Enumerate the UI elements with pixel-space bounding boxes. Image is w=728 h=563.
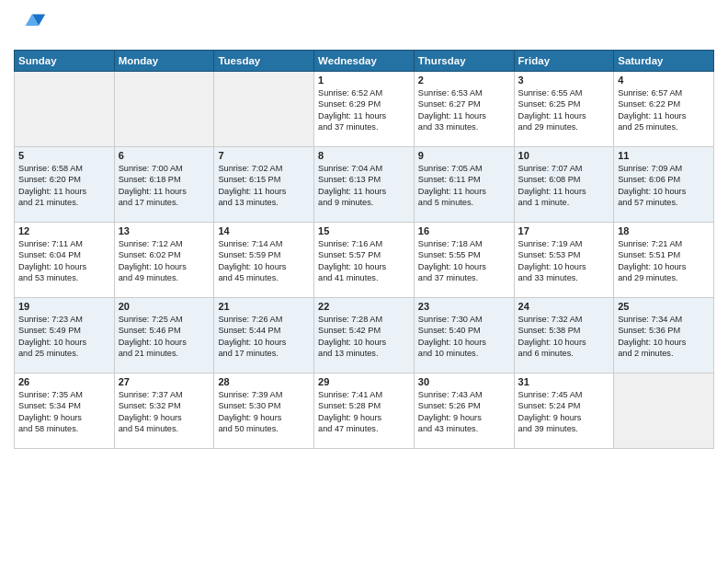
day-info: Sunrise: 7:09 AM Sunset: 6:06 PM Dayligh… [618,163,710,209]
logo-icon [14,9,47,42]
calendar-cell: 8Sunrise: 7:04 AM Sunset: 6:13 PM Daylig… [314,147,415,223]
calendar-cell: 15Sunrise: 7:16 AM Sunset: 5:57 PM Dayli… [314,223,415,298]
day-number: 2 [418,75,510,86]
day-number: 18 [618,225,710,236]
day-number: 3 [518,75,610,86]
header [14,9,714,42]
day-info: Sunrise: 7:07 AM Sunset: 6:08 PM Dayligh… [518,163,610,209]
day-info: Sunrise: 7:35 AM Sunset: 5:34 PM Dayligh… [18,389,110,435]
day-number: 20 [119,301,210,312]
day-number: 24 [518,301,610,312]
calendar-cell: 4Sunrise: 6:57 AM Sunset: 6:22 PM Daylig… [614,72,714,147]
calendar-cell: 30Sunrise: 7:43 AM Sunset: 5:26 PM Dayli… [414,373,514,449]
day-info: Sunrise: 7:28 AM Sunset: 5:42 PM Dayligh… [318,314,410,360]
day-info: Sunrise: 6:58 AM Sunset: 6:20 PM Dayligh… [18,163,110,209]
day-info: Sunrise: 7:12 AM Sunset: 6:02 PM Dayligh… [119,238,210,284]
day-info: Sunrise: 7:43 AM Sunset: 5:26 PM Dayligh… [418,389,510,435]
day-info: Sunrise: 7:23 AM Sunset: 5:49 PM Dayligh… [18,314,110,360]
day-number: 21 [218,301,310,312]
day-info: Sunrise: 7:32 AM Sunset: 5:38 PM Dayligh… [518,314,610,360]
calendar-table: SundayMondayTuesdayWednesdayThursdayFrid… [14,50,714,449]
calendar-cell: 6Sunrise: 7:00 AM Sunset: 6:18 PM Daylig… [114,147,214,223]
day-info: Sunrise: 6:52 AM Sunset: 6:29 PM Dayligh… [318,87,410,133]
calendar-week-row: 12Sunrise: 7:11 AM Sunset: 6:04 PM Dayli… [15,223,714,298]
day-info: Sunrise: 7:14 AM Sunset: 5:59 PM Dayligh… [218,238,310,284]
day-number: 23 [418,301,510,312]
day-info: Sunrise: 7:30 AM Sunset: 5:40 PM Dayligh… [418,314,510,360]
calendar-cell: 7Sunrise: 7:02 AM Sunset: 6:15 PM Daylig… [214,147,314,223]
day-number: 4 [618,75,710,86]
calendar-cell: 17Sunrise: 7:19 AM Sunset: 5:53 PM Dayli… [514,223,614,298]
day-info: Sunrise: 7:39 AM Sunset: 5:30 PM Dayligh… [218,389,310,435]
calendar-cell: 10Sunrise: 7:07 AM Sunset: 6:08 PM Dayli… [514,147,614,223]
day-number: 19 [18,301,110,312]
calendar-cell: 23Sunrise: 7:30 AM Sunset: 5:40 PM Dayli… [414,298,514,373]
calendar-cell: 1Sunrise: 6:52 AM Sunset: 6:29 PM Daylig… [314,72,415,147]
day-info: Sunrise: 7:05 AM Sunset: 6:11 PM Dayligh… [418,163,510,209]
day-number: 22 [318,301,410,312]
calendar-cell [15,72,115,147]
day-number: 13 [119,225,210,236]
calendar-cell: 3Sunrise: 6:55 AM Sunset: 6:25 PM Daylig… [514,72,614,147]
weekday-header: Monday [114,51,214,72]
day-info: Sunrise: 7:19 AM Sunset: 5:53 PM Dayligh… [518,238,610,284]
day-number: 1 [318,75,410,86]
weekday-header: Tuesday [214,51,314,72]
page: SundayMondayTuesdayWednesdayThursdayFrid… [0,0,728,563]
calendar-cell: 27Sunrise: 7:37 AM Sunset: 5:32 PM Dayli… [114,373,214,449]
weekday-header-row: SundayMondayTuesdayWednesdayThursdayFrid… [15,51,714,72]
calendar-cell: 28Sunrise: 7:39 AM Sunset: 5:30 PM Dayli… [214,373,314,449]
calendar-cell: 11Sunrise: 7:09 AM Sunset: 6:06 PM Dayli… [614,147,714,223]
logo [14,9,51,42]
calendar-cell: 24Sunrise: 7:32 AM Sunset: 5:38 PM Dayli… [514,298,614,373]
weekday-header: Wednesday [314,51,415,72]
day-info: Sunrise: 7:41 AM Sunset: 5:28 PM Dayligh… [318,389,410,435]
weekday-header: Friday [514,51,614,72]
day-info: Sunrise: 7:04 AM Sunset: 6:13 PM Dayligh… [318,163,410,209]
calendar-cell: 9Sunrise: 7:05 AM Sunset: 6:11 PM Daylig… [414,147,514,223]
day-number: 6 [119,150,210,161]
calendar-cell: 16Sunrise: 7:18 AM Sunset: 5:55 PM Dayli… [414,223,514,298]
day-number: 16 [418,225,510,236]
day-info: Sunrise: 7:25 AM Sunset: 5:46 PM Dayligh… [119,314,210,360]
calendar-cell: 29Sunrise: 7:41 AM Sunset: 5:28 PM Dayli… [314,373,415,449]
calendar-cell [114,72,214,147]
day-number: 11 [618,150,710,161]
day-number: 28 [218,376,310,387]
day-info: Sunrise: 7:16 AM Sunset: 5:57 PM Dayligh… [318,238,410,284]
day-number: 31 [518,376,610,387]
day-info: Sunrise: 7:21 AM Sunset: 5:51 PM Dayligh… [618,238,710,284]
day-number: 5 [18,150,110,161]
day-info: Sunrise: 7:11 AM Sunset: 6:04 PM Dayligh… [18,238,110,284]
calendar-cell: 26Sunrise: 7:35 AM Sunset: 5:34 PM Dayli… [15,373,115,449]
day-number: 14 [218,225,310,236]
day-info: Sunrise: 7:34 AM Sunset: 5:36 PM Dayligh… [618,314,710,360]
calendar-cell [614,373,714,449]
calendar-cell: 25Sunrise: 7:34 AM Sunset: 5:36 PM Dayli… [614,298,714,373]
day-number: 26 [18,376,110,387]
weekday-header: Saturday [614,51,714,72]
calendar-week-row: 5Sunrise: 6:58 AM Sunset: 6:20 PM Daylig… [15,147,714,223]
calendar-cell [214,72,314,147]
day-number: 15 [318,225,410,236]
day-number: 27 [119,376,210,387]
calendar-week-row: 19Sunrise: 7:23 AM Sunset: 5:49 PM Dayli… [15,298,714,373]
calendar-cell: 21Sunrise: 7:26 AM Sunset: 5:44 PM Dayli… [214,298,314,373]
calendar-week-row: 26Sunrise: 7:35 AM Sunset: 5:34 PM Dayli… [15,373,714,449]
calendar-cell: 5Sunrise: 6:58 AM Sunset: 6:20 PM Daylig… [15,147,115,223]
day-number: 29 [318,376,410,387]
calendar-cell: 2Sunrise: 6:53 AM Sunset: 6:27 PM Daylig… [414,72,514,147]
calendar-cell: 12Sunrise: 7:11 AM Sunset: 6:04 PM Dayli… [15,223,115,298]
day-number: 10 [518,150,610,161]
weekday-header: Thursday [414,51,514,72]
day-number: 7 [218,150,310,161]
day-number: 30 [418,376,510,387]
calendar-week-row: 1Sunrise: 6:52 AM Sunset: 6:29 PM Daylig… [15,72,714,147]
day-info: Sunrise: 6:55 AM Sunset: 6:25 PM Dayligh… [518,87,610,133]
day-info: Sunrise: 7:02 AM Sunset: 6:15 PM Dayligh… [218,163,310,209]
day-info: Sunrise: 7:26 AM Sunset: 5:44 PM Dayligh… [218,314,310,360]
day-number: 9 [418,150,510,161]
day-number: 8 [318,150,410,161]
day-info: Sunrise: 7:00 AM Sunset: 6:18 PM Dayligh… [119,163,210,209]
day-info: Sunrise: 6:53 AM Sunset: 6:27 PM Dayligh… [418,87,510,133]
